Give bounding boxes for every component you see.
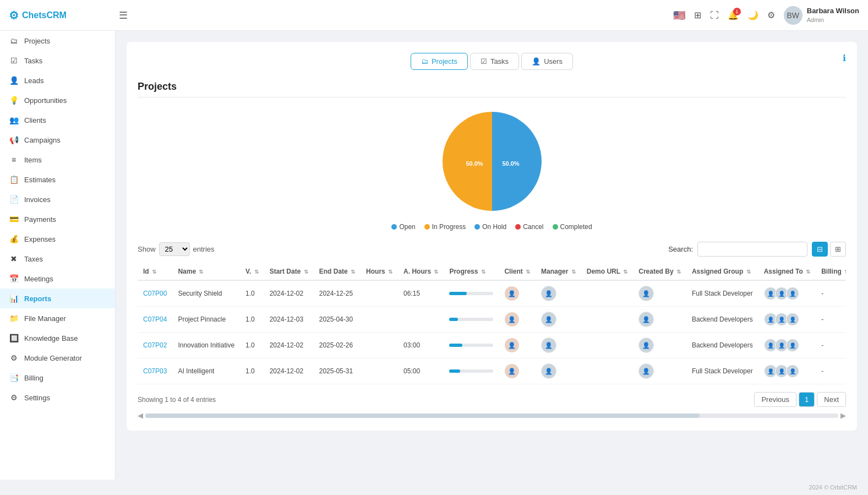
logo[interactable]: ⚙ ChetsCRM <box>9 9 108 22</box>
sidebar-item-opportunities[interactable]: 💡 Opportunities <box>0 90 115 110</box>
grid-icon[interactable]: ⊞ <box>694 10 701 20</box>
sidebar-item-meetings[interactable]: 📅 Meetings <box>0 269 115 289</box>
sidebar-item-label: Leads <box>24 77 43 85</box>
list-view-button[interactable]: ⊞ <box>830 242 846 257</box>
user-area[interactable]: BW Barbara Wilson Admin <box>784 6 859 25</box>
logo-icon: ⚙ <box>9 9 19 22</box>
sort-icon-billing: ⇅ <box>844 269 846 275</box>
col-manager[interactable]: Manager ⇅ <box>536 263 581 280</box>
col-assigned-to[interactable]: Assigned To ⇅ <box>758 263 816 280</box>
sidebar-item-expenses[interactable]: 💰 Expenses <box>0 229 115 249</box>
sidebar-item-settings[interactable]: ⚙ Settings <box>0 388 115 407</box>
sidebar-item-leads[interactable]: 👤 Leads <box>0 70 115 90</box>
sidebar-item-taxes[interactable]: ✖ Taxes <box>0 249 115 269</box>
cell-assigned-group: Full Stack Developer <box>686 358 758 384</box>
col-progress[interactable]: Progress ⇅ <box>444 263 499 280</box>
client-avatar: 👤 <box>504 363 520 379</box>
col-start-date[interactable]: Start Date ⇅ <box>264 263 314 280</box>
scroll-left-arrow[interactable]: ◀ <box>138 411 143 420</box>
client-avatar: 👤 <box>504 312 520 327</box>
table-controls: Show 25 10 50 100 entries Search: ⊟ ⊞ <box>138 242 846 257</box>
col-id[interactable]: Id ⇅ <box>138 263 172 280</box>
sidebar-item-estimates[interactable]: 📋 Estimates <box>0 170 115 189</box>
project-link[interactable]: C07P00 <box>143 290 167 297</box>
cell-manager: 👤 <box>536 358 581 384</box>
taxes-icon: ✖ <box>9 254 19 263</box>
col-name[interactable]: Name ⇅ <box>172 263 240 280</box>
assignee-avatar: 👤 <box>786 287 799 300</box>
user-name: Barbara Wilson <box>807 7 859 16</box>
info-icon[interactable]: ℹ <box>843 53 846 63</box>
project-link[interactable]: C07P02 <box>143 341 167 349</box>
sidebar-item-campaigns[interactable]: 📢 Campaigns <box>0 130 115 150</box>
col-demo-url[interactable]: Demo URL ⇅ <box>581 263 633 280</box>
cell-id: C07P03 <box>138 358 172 384</box>
table-header: Id ⇅ Name ⇅ V. ⇅ Start Date ⇅ End Date ⇅… <box>138 263 846 280</box>
sidebar-item-reports[interactable]: 📊 Reports <box>0 289 115 308</box>
scroll-right-arrow[interactable]: ▶ <box>840 411 846 420</box>
footer: 2024 © OrbitCRM <box>0 480 868 495</box>
previous-button[interactable]: Previous <box>754 392 796 407</box>
sidebar-item-projects[interactable]: 🗂 Projects <box>0 31 115 51</box>
cell-client: 👤 <box>499 307 536 333</box>
entries-select[interactable]: 25 10 50 100 <box>159 242 190 256</box>
sort-icon-hours: ⇅ <box>388 269 392 275</box>
cell-id: C07P02 <box>138 333 172 358</box>
sidebar-item-items[interactable]: ≡ Items <box>0 150 115 170</box>
search-input[interactable] <box>697 242 807 257</box>
sidebar-item-label: Billing <box>24 374 43 382</box>
cell-id: C07P00 <box>138 280 172 307</box>
cell-created-by: 👤 <box>633 307 686 333</box>
sidebar-item-tasks[interactable]: ☑ Tasks <box>0 51 115 70</box>
projects-table: Id ⇅ Name ⇅ V. ⇅ Start Date ⇅ End Date ⇅… <box>138 263 846 384</box>
scroll-track[interactable] <box>145 414 838 418</box>
flag-icon[interactable]: 🇺🇸 <box>673 9 685 21</box>
col-version[interactable]: V. ⇅ <box>240 263 264 280</box>
cell-progress <box>444 358 499 384</box>
avatar-group: 👤 👤 👤 <box>764 287 810 300</box>
grid-view-button[interactable]: ⊟ <box>812 242 828 257</box>
pagination: Previous 1 Next <box>754 392 846 407</box>
sidebar-item-file-manager[interactable]: 📁 File Manager <box>0 308 115 328</box>
page-number-1[interactable]: 1 <box>799 392 815 407</box>
col-assigned-group[interactable]: Assigned Group ⇅ <box>686 263 758 280</box>
cell-hours <box>361 307 398 333</box>
cell-start-date: 2024-12-02 <box>264 333 314 358</box>
cell-name: Project Pinnacle <box>172 307 240 333</box>
sidebar-item-payments[interactable]: 💳 Payments <box>0 209 115 229</box>
col-end-date[interactable]: End Date ⇅ <box>314 263 361 280</box>
col-billing[interactable]: Billing ⇅ <box>816 263 846 280</box>
settings-icon[interactable]: ⚙ <box>767 10 775 20</box>
legend-cancel: Cancel <box>515 223 543 231</box>
sort-icon-id: ⇅ <box>152 269 156 275</box>
billing-icon: 📑 <box>9 373 19 382</box>
col-hours[interactable]: Hours ⇅ <box>361 263 398 280</box>
tab-tasks[interactable]: ☑ Tasks <box>470 53 519 70</box>
notifications-icon[interactable]: 🔔 1 <box>728 10 739 20</box>
fullscreen-icon[interactable]: ⛶ <box>710 10 719 20</box>
next-button[interactable]: Next <box>817 392 846 407</box>
table-row: C07P00 Security Shield 1.0 2024-12-02 20… <box>138 280 846 307</box>
sidebar-item-module-generator[interactable]: ⚙ Module Generator <box>0 348 115 368</box>
pie-chart: 50.0% 50.0% <box>437 106 547 216</box>
cell-id: C07P04 <box>138 307 172 333</box>
sidebar-item-clients[interactable]: 👥 Clients <box>0 110 115 130</box>
col-client[interactable]: Client ⇅ <box>499 263 536 280</box>
cell-manager: 👤 <box>536 280 581 307</box>
reports-icon: 📊 <box>9 294 19 303</box>
hamburger-button[interactable]: ☰ <box>119 9 128 21</box>
col-actual-hours[interactable]: A. Hours ⇅ <box>398 263 444 280</box>
sidebar-item-billing[interactable]: 📑 Billing <box>0 368 115 388</box>
tab-users[interactable]: 👤 Users <box>521 53 573 70</box>
theme-toggle-icon[interactable]: 🌙 <box>747 10 758 20</box>
col-created-by[interactable]: Created By ⇅ <box>633 263 686 280</box>
tab-projects[interactable]: 🗂 Projects <box>411 53 468 70</box>
cell-actual-hours: 03:00 <box>398 333 444 358</box>
pagination-row: Showing 1 to 4 of 4 entries Previous 1 N… <box>138 392 846 407</box>
project-link[interactable]: C07P03 <box>143 367 167 375</box>
sidebar-item-invoices[interactable]: 📄 Invoices <box>0 189 115 209</box>
project-link[interactable]: C07P04 <box>143 316 167 323</box>
sort-icon-name: ⇅ <box>199 269 203 275</box>
sidebar-item-knowledge-base[interactable]: 🔲 Knowledge Base <box>0 328 115 348</box>
invoices-icon: 📄 <box>9 195 19 204</box>
